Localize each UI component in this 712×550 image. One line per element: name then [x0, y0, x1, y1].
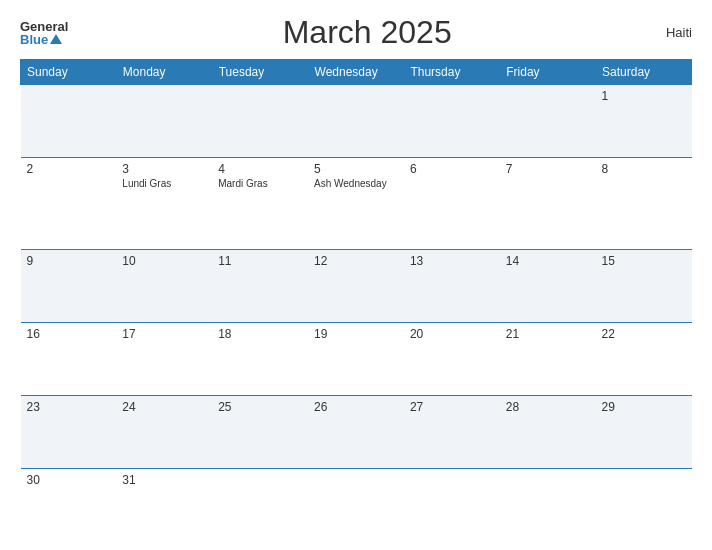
logo-general-text: General — [20, 20, 68, 33]
day-number: 2 — [27, 162, 111, 176]
calendar-cell: 28 — [500, 395, 596, 468]
calendar-cell: 21 — [500, 322, 596, 395]
calendar-week-3: 16171819202122 — [21, 322, 692, 395]
calendar-cell — [596, 468, 692, 540]
day-header-friday: Friday — [500, 60, 596, 85]
day-number: 14 — [506, 254, 590, 268]
days-of-week-row: SundayMondayTuesdayWednesdayThursdayFrid… — [21, 60, 692, 85]
day-number: 4 — [218, 162, 302, 176]
logo-blue-row: Blue — [20, 33, 62, 46]
calendar-cell — [500, 468, 596, 540]
day-number: 24 — [122, 400, 206, 414]
calendar-cell: 18 — [212, 322, 308, 395]
calendar-cell — [21, 85, 117, 158]
calendar-cell: 13 — [404, 250, 500, 323]
calendar-cell: 20 — [404, 322, 500, 395]
country-label: Haiti — [666, 25, 692, 40]
calendar-cell: 25 — [212, 395, 308, 468]
calendar-cell: 2 — [21, 157, 117, 249]
calendar-cell: 16 — [21, 322, 117, 395]
calendar-table: SundayMondayTuesdayWednesdayThursdayFrid… — [20, 59, 692, 540]
day-number: 19 — [314, 327, 398, 341]
calendar-header: SundayMondayTuesdayWednesdayThursdayFrid… — [21, 60, 692, 85]
logo-triangle-icon — [50, 34, 62, 44]
day-number: 18 — [218, 327, 302, 341]
calendar-week-2: 9101112131415 — [21, 250, 692, 323]
calendar-cell: 11 — [212, 250, 308, 323]
day-header-thursday: Thursday — [404, 60, 500, 85]
calendar-week-4: 23242526272829 — [21, 395, 692, 468]
page-title: March 2025 — [283, 14, 452, 51]
day-header-tuesday: Tuesday — [212, 60, 308, 85]
day-event: Ash Wednesday — [314, 178, 398, 189]
calendar-cell: 22 — [596, 322, 692, 395]
day-header-wednesday: Wednesday — [308, 60, 404, 85]
day-event: Mardi Gras — [218, 178, 302, 189]
calendar-cell: 29 — [596, 395, 692, 468]
calendar-cell — [404, 468, 500, 540]
calendar-cell: 1 — [596, 85, 692, 158]
day-number: 21 — [506, 327, 590, 341]
calendar-cell — [308, 85, 404, 158]
calendar-body: 123Lundi Gras4Mardi Gras5Ash Wednesday67… — [21, 85, 692, 541]
calendar-cell — [212, 85, 308, 158]
calendar-cell: 26 — [308, 395, 404, 468]
calendar-cell: 30 — [21, 468, 117, 540]
calendar-cell: 10 — [116, 250, 212, 323]
day-number: 9 — [27, 254, 111, 268]
calendar-cell: 24 — [116, 395, 212, 468]
calendar-cell: 5Ash Wednesday — [308, 157, 404, 249]
calendar-cell: 17 — [116, 322, 212, 395]
day-number: 23 — [27, 400, 111, 414]
day-number: 28 — [506, 400, 590, 414]
day-number: 7 — [506, 162, 590, 176]
calendar-cell: 14 — [500, 250, 596, 323]
logo-blue-text: Blue — [20, 33, 48, 46]
day-header-monday: Monday — [116, 60, 212, 85]
day-number: 15 — [602, 254, 686, 268]
day-number: 12 — [314, 254, 398, 268]
calendar-cell: 31 — [116, 468, 212, 540]
calendar-cell: 3Lundi Gras — [116, 157, 212, 249]
day-number: 20 — [410, 327, 494, 341]
day-number: 25 — [218, 400, 302, 414]
calendar-cell: 4Mardi Gras — [212, 157, 308, 249]
calendar-cell: 19 — [308, 322, 404, 395]
day-header-saturday: Saturday — [596, 60, 692, 85]
day-number: 22 — [602, 327, 686, 341]
day-number: 31 — [122, 473, 206, 487]
calendar-cell: 27 — [404, 395, 500, 468]
day-number: 10 — [122, 254, 206, 268]
calendar-week-5: 3031 — [21, 468, 692, 540]
day-number: 3 — [122, 162, 206, 176]
logo: General Blue — [20, 20, 68, 46]
calendar-week-0: 1 — [21, 85, 692, 158]
calendar-cell: 15 — [596, 250, 692, 323]
day-number: 8 — [602, 162, 686, 176]
calendar-cell — [404, 85, 500, 158]
calendar-cell: 23 — [21, 395, 117, 468]
page-header: General Blue March 2025 Haiti — [20, 10, 692, 55]
day-number: 11 — [218, 254, 302, 268]
calendar-cell: 6 — [404, 157, 500, 249]
day-number: 16 — [27, 327, 111, 341]
day-number: 1 — [602, 89, 686, 103]
calendar-cell — [116, 85, 212, 158]
day-number: 17 — [122, 327, 206, 341]
day-number: 26 — [314, 400, 398, 414]
day-header-sunday: Sunday — [21, 60, 117, 85]
calendar-week-1: 23Lundi Gras4Mardi Gras5Ash Wednesday678 — [21, 157, 692, 249]
calendar-cell — [212, 468, 308, 540]
calendar-cell: 7 — [500, 157, 596, 249]
calendar-cell: 8 — [596, 157, 692, 249]
day-event: Lundi Gras — [122, 178, 206, 189]
day-number: 29 — [602, 400, 686, 414]
day-number: 6 — [410, 162, 494, 176]
calendar-cell — [500, 85, 596, 158]
day-number: 27 — [410, 400, 494, 414]
calendar-cell: 12 — [308, 250, 404, 323]
day-number: 13 — [410, 254, 494, 268]
day-number: 5 — [314, 162, 398, 176]
day-number: 30 — [27, 473, 111, 487]
calendar-cell: 9 — [21, 250, 117, 323]
